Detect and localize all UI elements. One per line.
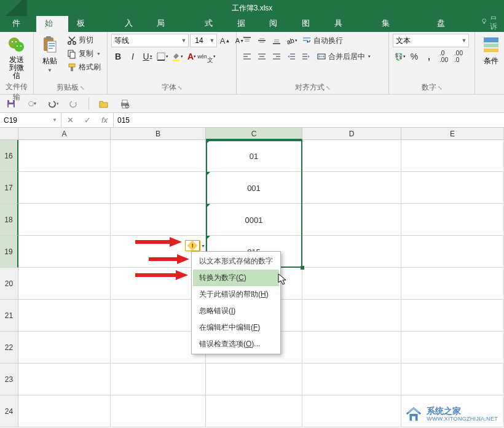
cell[interactable]: [18, 364, 111, 395]
cell[interactable]: [401, 140, 504, 172]
menu-edit-formula-bar[interactable]: 在编辑栏中编辑(F): [193, 319, 279, 336]
select-all-corner[interactable]: [0, 128, 18, 140]
comma-button[interactable]: ,: [422, 50, 436, 63]
cancel-entry-button[interactable]: ✕: [61, 115, 79, 125]
undo-button[interactable]: ▾: [47, 98, 59, 110]
font-size-combo[interactable]: ▼: [190, 34, 217, 47]
formula-input[interactable]: [114, 113, 504, 127]
cell[interactable]: [401, 300, 504, 332]
increase-decimal-button[interactable]: .0.00: [437, 50, 451, 63]
cell[interactable]: [111, 172, 206, 204]
cell[interactable]: [18, 204, 111, 236]
cut-button[interactable]: 剪切: [65, 34, 103, 47]
indent-decrease-button[interactable]: [285, 50, 298, 63]
chevron-down-icon[interactable]: ▼: [460, 37, 468, 44]
align-left-button[interactable]: [240, 50, 254, 63]
cell[interactable]: [18, 300, 111, 332]
cell[interactable]: 01: [206, 140, 302, 172]
row-header[interactable]: 18: [0, 204, 18, 236]
italic-button[interactable]: I: [126, 50, 140, 63]
dialog-launcher-icon[interactable]: ⤡: [438, 85, 443, 91]
column-header[interactable]: D: [302, 128, 401, 140]
format-painter-button[interactable]: 格式刷: [65, 61, 103, 74]
font-color-button[interactable]: A▾: [185, 50, 199, 63]
cell[interactable]: [111, 140, 206, 172]
row-header[interactable]: 16: [0, 140, 18, 172]
chevron-down-icon[interactable]: ▼: [208, 37, 216, 44]
row-header[interactable]: 19: [0, 236, 18, 268]
indent-increase-button[interactable]: [299, 50, 313, 63]
accounting-button[interactable]: 💱▾: [393, 50, 406, 63]
align-center-button[interactable]: [255, 50, 269, 63]
cell[interactable]: [18, 395, 111, 427]
cell[interactable]: [401, 364, 504, 395]
cell[interactable]: [302, 332, 401, 364]
open-button[interactable]: [98, 98, 110, 110]
cell[interactable]: [401, 172, 504, 204]
cell[interactable]: [206, 364, 302, 395]
align-bottom-button[interactable]: [270, 34, 283, 47]
fill-color-button[interactable]: ▾: [170, 50, 184, 63]
column-header[interactable]: B: [111, 128, 206, 140]
menu-convert-to-number[interactable]: 转换为数字(C): [193, 270, 279, 286]
menu-help[interactable]: 关于此错误的帮助(H): [193, 286, 279, 303]
cell[interactable]: [111, 364, 206, 395]
cell[interactable]: [302, 300, 401, 332]
copy-button[interactable]: 复制▼: [65, 47, 103, 60]
name-box[interactable]: ▼: [0, 113, 61, 127]
menu-ignore[interactable]: 忽略错误(I): [193, 303, 279, 319]
row-header[interactable]: 17: [0, 172, 18, 204]
row-header[interactable]: 24: [0, 395, 18, 427]
decrease-decimal-button[interactable]: .00.0: [452, 50, 465, 63]
send-wechat-button[interactable]: 发送到微信: [4, 34, 30, 82]
cell[interactable]: 001: [206, 172, 302, 204]
cell[interactable]: 0001: [206, 204, 302, 236]
align-top-button[interactable]: [240, 34, 254, 47]
cell[interactable]: [401, 268, 504, 300]
align-middle-button[interactable]: [255, 34, 269, 47]
cell[interactable]: [401, 236, 504, 268]
chevron-down-icon[interactable]: ▼: [200, 241, 206, 251]
row-header[interactable]: 23: [0, 364, 18, 395]
conditional-format-button[interactable]: 条件: [479, 34, 503, 68]
print-preview-button[interactable]: [119, 98, 131, 110]
row-header[interactable]: 20: [0, 268, 18, 300]
cell[interactable]: [111, 204, 206, 236]
cell[interactable]: [18, 332, 111, 364]
cell[interactable]: [302, 204, 401, 236]
paste-button[interactable]: 粘贴 ▼: [37, 34, 62, 74]
cell[interactable]: [302, 140, 401, 172]
dialog-launcher-icon[interactable]: ⤡: [326, 85, 331, 91]
cell[interactable]: [302, 236, 401, 268]
number-format-combo[interactable]: ▼: [393, 34, 469, 47]
cell[interactable]: [111, 395, 206, 427]
wrap-text-button[interactable]: 自动换行: [299, 34, 345, 47]
cell[interactable]: [302, 395, 401, 427]
error-indicator-button[interactable]: ! ▼: [185, 240, 200, 251]
qat-dropdown[interactable]: ◯▾: [26, 98, 38, 110]
column-header[interactable]: C: [206, 128, 302, 140]
cell[interactable]: [18, 268, 111, 300]
cell[interactable]: [18, 236, 111, 268]
menu-error-options[interactable]: 错误检查选项(O)...: [193, 336, 279, 352]
fill-handle[interactable]: [301, 266, 304, 270]
save-button[interactable]: [5, 98, 17, 110]
phonetic-button[interactable]: wén文▾: [200, 50, 213, 63]
chevron-down-icon[interactable]: ▼: [179, 37, 188, 44]
cell[interactable]: [302, 268, 401, 300]
row-header[interactable]: 22: [0, 332, 18, 364]
bold-button[interactable]: B: [111, 50, 125, 63]
cell[interactable]: [18, 172, 111, 204]
dialog-launcher-icon[interactable]: ⤡: [178, 85, 183, 91]
cell[interactable]: [302, 172, 401, 204]
cell[interactable]: [401, 332, 504, 364]
border-button[interactable]: ▾: [156, 50, 169, 63]
cell[interactable]: [401, 204, 504, 236]
column-header[interactable]: E: [401, 128, 504, 140]
column-header[interactable]: A: [18, 128, 111, 140]
cell[interactable]: [206, 395, 302, 427]
font-name-combo[interactable]: ▼: [111, 34, 189, 47]
cell[interactable]: [302, 364, 401, 395]
cell[interactable]: [18, 140, 111, 172]
percent-button[interactable]: %: [408, 50, 421, 63]
